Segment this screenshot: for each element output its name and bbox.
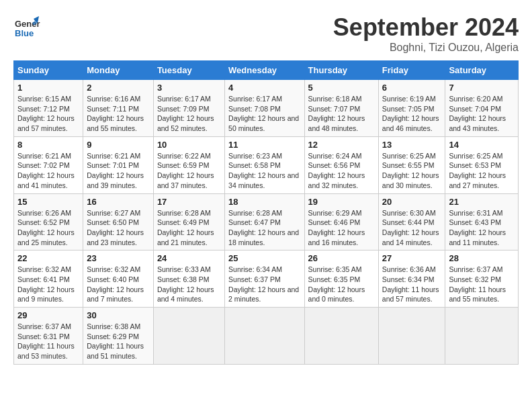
calendar-week-0: 1Sunrise: 6:15 AMSunset: 7:12 PMDaylight… bbox=[14, 80, 519, 137]
calendar-table: SundayMondayTuesdayWednesdayThursdayFrid… bbox=[13, 60, 519, 365]
day-info: Sunrise: 6:18 AMSunset: 7:07 PMDaylight:… bbox=[308, 94, 375, 134]
day-number: 23 bbox=[87, 253, 150, 263]
header-wednesday: Wednesday bbox=[225, 61, 304, 80]
header-tuesday: Tuesday bbox=[153, 61, 224, 80]
day-info: Sunrise: 6:25 AMSunset: 6:55 PMDaylight:… bbox=[382, 151, 442, 191]
day-number: 24 bbox=[157, 253, 221, 263]
header-thursday: Thursday bbox=[304, 61, 378, 80]
calendar-cell: 9Sunrise: 6:21 AMSunset: 7:01 PMDaylight… bbox=[83, 136, 154, 193]
day-number: 3 bbox=[157, 83, 221, 93]
day-number: 7 bbox=[449, 83, 515, 93]
calendar-cell: 15Sunrise: 6:26 AMSunset: 6:52 PMDayligh… bbox=[14, 193, 83, 250]
day-number: 18 bbox=[228, 197, 300, 207]
calendar-cell: 6Sunrise: 6:19 AMSunset: 7:05 PMDaylight… bbox=[378, 80, 445, 137]
day-info: Sunrise: 6:30 AMSunset: 6:44 PMDaylight:… bbox=[382, 208, 442, 248]
day-number: 15 bbox=[17, 197, 79, 207]
calendar-cell: 18Sunrise: 6:28 AMSunset: 6:47 PMDayligh… bbox=[225, 193, 304, 250]
calendar-cell: 16Sunrise: 6:27 AMSunset: 6:50 PMDayligh… bbox=[83, 193, 154, 250]
calendar-cell: 10Sunrise: 6:22 AMSunset: 6:59 PMDayligh… bbox=[153, 136, 224, 193]
calendar-cell: 26Sunrise: 6:35 AMSunset: 6:35 PMDayligh… bbox=[304, 250, 378, 308]
day-number: 9 bbox=[87, 140, 150, 150]
day-number: 12 bbox=[308, 140, 375, 150]
day-info: Sunrise: 6:17 AMSunset: 7:09 PMDaylight:… bbox=[157, 94, 221, 134]
logo: General Blue bbox=[13, 13, 40, 43]
calendar-cell: 29Sunrise: 6:37 AMSunset: 6:31 PMDayligh… bbox=[14, 308, 83, 365]
svg-text:Blue: Blue bbox=[15, 28, 34, 38]
day-info: Sunrise: 6:32 AMSunset: 6:41 PMDaylight:… bbox=[17, 265, 79, 304]
calendar-cell: 23Sunrise: 6:32 AMSunset: 6:40 PMDayligh… bbox=[83, 250, 154, 308]
day-number: 14 bbox=[449, 140, 515, 150]
day-number: 1 bbox=[17, 83, 79, 93]
calendar-cell: 22Sunrise: 6:32 AMSunset: 6:41 PMDayligh… bbox=[14, 250, 83, 308]
calendar-cell: 14Sunrise: 6:25 AMSunset: 6:53 PMDayligh… bbox=[445, 136, 519, 193]
day-number: 29 bbox=[17, 310, 79, 320]
day-number: 26 bbox=[308, 253, 375, 263]
calendar-cell: 17Sunrise: 6:28 AMSunset: 6:49 PMDayligh… bbox=[153, 193, 224, 250]
calendar-cell: 13Sunrise: 6:25 AMSunset: 6:55 PMDayligh… bbox=[378, 136, 445, 193]
day-number: 21 bbox=[449, 197, 515, 207]
header-sunday: Sunday bbox=[14, 61, 83, 80]
calendar-cell bbox=[445, 308, 519, 365]
calendar-week-4: 29Sunrise: 6:37 AMSunset: 6:31 PMDayligh… bbox=[14, 308, 519, 365]
calendar-cell: 2Sunrise: 6:16 AMSunset: 7:11 PMDaylight… bbox=[83, 80, 154, 137]
calendar-cell: 1Sunrise: 6:15 AMSunset: 7:12 PMDaylight… bbox=[14, 80, 83, 137]
calendar-body: 1Sunrise: 6:15 AMSunset: 7:12 PMDaylight… bbox=[14, 80, 519, 365]
day-number: 27 bbox=[382, 253, 442, 263]
day-info: Sunrise: 6:21 AMSunset: 7:01 PMDaylight:… bbox=[87, 151, 150, 191]
calendar-cell: 8Sunrise: 6:21 AMSunset: 7:02 PMDaylight… bbox=[14, 136, 83, 193]
calendar-cell: 20Sunrise: 6:30 AMSunset: 6:44 PMDayligh… bbox=[378, 193, 445, 250]
day-info: Sunrise: 6:27 AMSunset: 6:50 PMDaylight:… bbox=[87, 208, 150, 248]
day-info: Sunrise: 6:37 AMSunset: 6:31 PMDaylight:… bbox=[17, 322, 79, 361]
day-info: Sunrise: 6:28 AMSunset: 6:47 PMDaylight:… bbox=[228, 208, 300, 248]
day-number: 16 bbox=[87, 197, 150, 207]
day-info: Sunrise: 6:15 AMSunset: 7:12 PMDaylight:… bbox=[17, 94, 79, 134]
day-info: Sunrise: 6:17 AMSunset: 7:08 PMDaylight:… bbox=[228, 94, 300, 134]
day-info: Sunrise: 6:21 AMSunset: 7:02 PMDaylight:… bbox=[17, 151, 79, 191]
day-info: Sunrise: 6:16 AMSunset: 7:11 PMDaylight:… bbox=[87, 94, 150, 134]
day-number: 19 bbox=[308, 197, 375, 207]
day-number: 30 bbox=[87, 310, 150, 320]
calendar-cell: 25Sunrise: 6:34 AMSunset: 6:37 PMDayligh… bbox=[225, 250, 304, 308]
day-info: Sunrise: 6:29 AMSunset: 6:46 PMDaylight:… bbox=[308, 208, 375, 248]
day-number: 20 bbox=[382, 197, 442, 207]
page-header: General Blue September 2024 Boghni, Tizi… bbox=[13, 13, 519, 54]
calendar-cell: 30Sunrise: 6:38 AMSunset: 6:29 PMDayligh… bbox=[83, 308, 154, 365]
calendar-cell bbox=[153, 308, 224, 365]
calendar-week-1: 8Sunrise: 6:21 AMSunset: 7:02 PMDaylight… bbox=[14, 136, 519, 193]
day-info: Sunrise: 6:28 AMSunset: 6:49 PMDaylight:… bbox=[157, 208, 221, 248]
day-info: Sunrise: 6:22 AMSunset: 6:59 PMDaylight:… bbox=[157, 151, 221, 191]
day-number: 6 bbox=[382, 83, 442, 93]
day-info: Sunrise: 6:37 AMSunset: 6:32 PMDaylight:… bbox=[449, 265, 515, 304]
day-info: Sunrise: 6:35 AMSunset: 6:35 PMDaylight:… bbox=[308, 265, 375, 304]
title-area: September 2024 Boghni, Tizi Ouzou, Alger… bbox=[333, 13, 519, 54]
day-number: 4 bbox=[228, 83, 300, 93]
calendar-cell: 12Sunrise: 6:24 AMSunset: 6:56 PMDayligh… bbox=[304, 136, 378, 193]
calendar-header-row: SundayMondayTuesdayWednesdayThursdayFrid… bbox=[14, 61, 519, 80]
day-number: 11 bbox=[228, 140, 300, 150]
calendar-cell: 28Sunrise: 6:37 AMSunset: 6:32 PMDayligh… bbox=[445, 250, 519, 308]
day-number: 8 bbox=[17, 140, 79, 150]
day-number: 10 bbox=[157, 140, 221, 150]
calendar-cell: 24Sunrise: 6:33 AMSunset: 6:38 PMDayligh… bbox=[153, 250, 224, 308]
calendar-cell: 4Sunrise: 6:17 AMSunset: 7:08 PMDaylight… bbox=[225, 80, 304, 137]
calendar-cell bbox=[304, 308, 378, 365]
day-number: 13 bbox=[382, 140, 442, 150]
header-monday: Monday bbox=[83, 61, 154, 80]
day-info: Sunrise: 6:20 AMSunset: 7:04 PMDaylight:… bbox=[449, 94, 515, 134]
day-info: Sunrise: 6:24 AMSunset: 6:56 PMDaylight:… bbox=[308, 151, 375, 191]
calendar-cell: 11Sunrise: 6:23 AMSunset: 6:58 PMDayligh… bbox=[225, 136, 304, 193]
calendar-cell: 7Sunrise: 6:20 AMSunset: 7:04 PMDaylight… bbox=[445, 80, 519, 137]
calendar-cell: 3Sunrise: 6:17 AMSunset: 7:09 PMDaylight… bbox=[153, 80, 224, 137]
day-info: Sunrise: 6:36 AMSunset: 6:34 PMDaylight:… bbox=[382, 265, 442, 304]
day-number: 5 bbox=[308, 83, 375, 93]
day-info: Sunrise: 6:23 AMSunset: 6:58 PMDaylight:… bbox=[228, 151, 300, 191]
day-number: 17 bbox=[157, 197, 221, 207]
day-info: Sunrise: 6:32 AMSunset: 6:40 PMDaylight:… bbox=[87, 265, 150, 304]
day-number: 25 bbox=[228, 253, 300, 263]
day-info: Sunrise: 6:19 AMSunset: 7:05 PMDaylight:… bbox=[382, 94, 442, 134]
logo-icon: General Blue bbox=[13, 13, 40, 40]
day-info: Sunrise: 6:38 AMSunset: 6:29 PMDaylight:… bbox=[87, 322, 150, 361]
calendar-week-2: 15Sunrise: 6:26 AMSunset: 6:52 PMDayligh… bbox=[14, 193, 519, 250]
day-number: 28 bbox=[449, 253, 515, 263]
day-info: Sunrise: 6:25 AMSunset: 6:53 PMDaylight:… bbox=[449, 151, 515, 191]
